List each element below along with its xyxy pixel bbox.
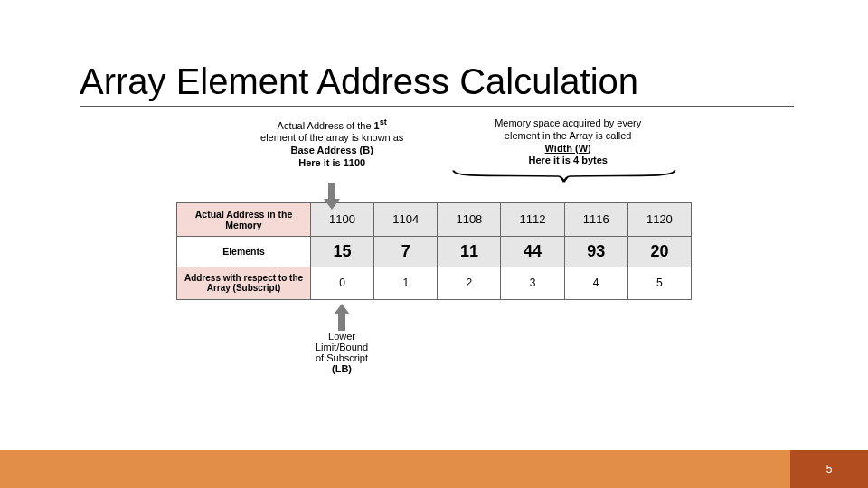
page-number: 5	[790, 450, 868, 488]
base-address-annotation: Actual Address of the 1st element of the…	[176, 117, 444, 201]
width-term: Width (W)	[444, 143, 692, 155]
table-row: Address with respect to the Array (Subsc…	[177, 267, 692, 299]
slide-title: Array Element Address Calculation	[80, 61, 794, 107]
anno-sup: st	[380, 117, 387, 127]
cell-subscript: 4	[564, 267, 627, 299]
top-annotations: Actual Address of the 1st element of the…	[176, 117, 692, 201]
row-header-elements: Elements	[177, 236, 311, 267]
cell-element: 44	[501, 236, 564, 267]
table-row: Elements 15 7 11 44 93 20	[177, 236, 692, 267]
base-address-value: Here it is 1100	[220, 157, 444, 170]
anno-text: Actual Address of the	[278, 120, 374, 131]
cell-address: 1116	[564, 202, 627, 236]
anno-text: element of the array is known as	[220, 132, 444, 145]
anno-text: Lower Limit/Bound	[310, 331, 373, 352]
cell-subscript: 5	[627, 267, 691, 299]
cell-address: 1104	[374, 202, 438, 236]
cell-address: 1112	[501, 202, 564, 236]
row-header-subscript: Address with respect to the Array (Subsc…	[177, 267, 311, 299]
cell-element: 7	[374, 236, 438, 267]
base-address-term: Base Address (B)	[220, 145, 444, 157]
arrow-down-icon	[220, 170, 444, 201]
lower-bound-annotation: Lower Limit/Bound of Subscript (LB)	[310, 302, 373, 374]
anno-text: Memory space acquired by every	[444, 117, 692, 130]
cell-address: 1108	[438, 202, 501, 236]
cell-subscript: 0	[311, 267, 374, 299]
width-value: Here it is 4 bytes	[444, 155, 692, 167]
anno-text: element in the Array is called	[444, 130, 692, 143]
arrow-up-icon	[310, 302, 373, 331]
cell-element: 20	[627, 236, 691, 267]
cell-subscript: 3	[501, 267, 564, 299]
slide-footer: 5	[0, 450, 868, 488]
footer-bar	[0, 450, 790, 488]
cell-address: 1120	[627, 202, 691, 236]
cell-address: 1100	[311, 202, 374, 236]
cell-element: 93	[564, 236, 627, 267]
row-header-address: Actual Address in the Memory	[177, 202, 311, 236]
width-annotation: Memory space acquired by every element i…	[444, 117, 692, 201]
lb-term: (LB)	[332, 363, 352, 374]
brace-icon	[451, 169, 677, 183]
anno-text: of Subscript	[316, 352, 368, 363]
diagram: Actual Address of the 1st element of the…	[176, 117, 692, 374]
cell-element: 11	[438, 236, 501, 267]
cell-subscript: 2	[438, 267, 501, 299]
table-row: Actual Address in the Memory 1100 1104 1…	[177, 202, 692, 236]
cell-element: 15	[311, 236, 374, 267]
memory-table: Actual Address in the Memory 1100 1104 1…	[176, 202, 692, 300]
cell-subscript: 1	[374, 267, 438, 299]
